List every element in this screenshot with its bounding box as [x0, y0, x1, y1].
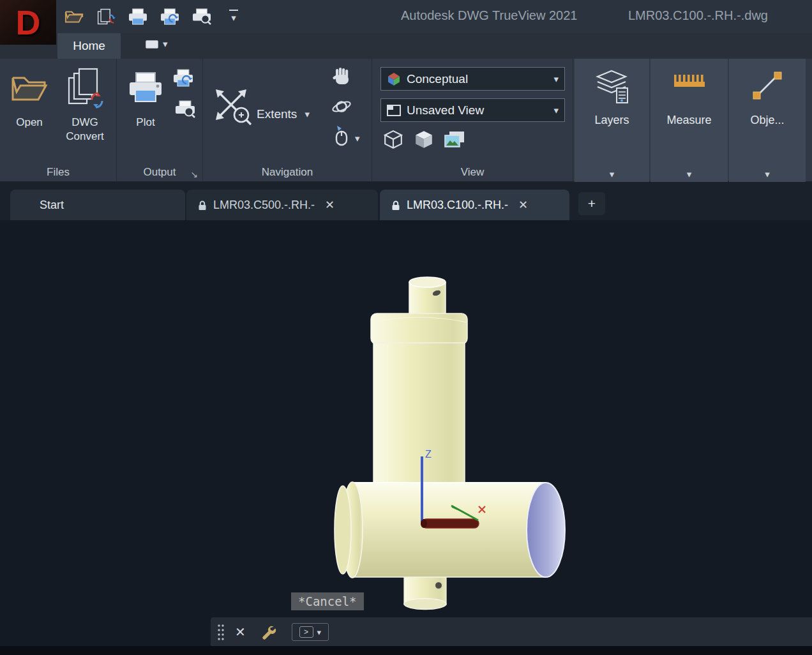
- batch-plot-icon: [172, 68, 194, 87]
- measure-flyout-caret[interactable]: ▾: [650, 169, 728, 180]
- pan-hand-icon: [332, 66, 351, 88]
- app-logo-letter: D: [16, 5, 41, 40]
- open-button-label: Open: [16, 116, 43, 130]
- open-folder-icon: [10, 73, 49, 103]
- visual-style-cube-icon: [387, 72, 401, 86]
- navigation-wheel-button[interactable]: [329, 124, 354, 148]
- file-tab-label: LMR03.C100.-.RH.-: [407, 199, 508, 212]
- ribbon-panel-measure[interactable]: Measure ▾: [650, 59, 728, 182]
- shaded-cube-button[interactable]: [412, 128, 436, 152]
- open-folder-icon: [64, 9, 84, 24]
- close-icon[interactable]: ✕: [518, 198, 528, 212]
- ribbon-panel-layers[interactable]: Layers ▾: [575, 59, 649, 182]
- command-status-tooltip: *Cancel*: [291, 592, 364, 610]
- chevron-down-icon: ▾: [553, 73, 559, 85]
- file-tab-c500[interactable]: LMR03.C500.-.RH.- ✕: [186, 190, 378, 220]
- file-tab-label: LMR03.C500.-.RH.-: [213, 199, 315, 212]
- view-select[interactable]: Unsaved View ▾: [380, 98, 565, 122]
- dwg-convert-icon: [96, 7, 116, 26]
- plot-preview-button-qat[interactable]: [190, 5, 213, 28]
- dwg-convert-button-qat[interactable]: [94, 5, 117, 28]
- measure-ruler-icon: [672, 73, 707, 89]
- close-icon[interactable]: ✕: [235, 624, 246, 640]
- shaded-cube-icon: [414, 130, 434, 150]
- plot-preview-button[interactable]: [173, 97, 197, 121]
- command-input-button[interactable]: > ▾: [292, 623, 329, 641]
- chevron-down-icon: ▾: [163, 38, 168, 50]
- chevron-down-icon: ▾: [553, 105, 559, 116]
- chevron-down-icon: ▾: [304, 109, 310, 120]
- plot-button-label: Plot: [136, 116, 154, 130]
- app-title: Autodesk DWG TrueView 2021: [401, 8, 577, 23]
- layers-icon-wrap: [575, 69, 649, 105]
- measure-panel-label: Measure: [650, 114, 728, 127]
- layers-panel-label: Layers: [575, 114, 649, 127]
- chevron-down-icon: ▾: [231, 12, 236, 24]
- batch-plot-button[interactable]: [171, 66, 195, 90]
- zoom-extents-button[interactable]: [211, 84, 253, 126]
- ribbon-panel-icon: [146, 40, 158, 49]
- printer-icon: [127, 71, 164, 105]
- open-button[interactable]: Open: [5, 65, 54, 130]
- object-flyout-caret[interactable]: ▾: [729, 169, 806, 180]
- layers-icon: [594, 69, 631, 105]
- status-bar: [0, 646, 812, 655]
- file-tab-c100-active[interactable]: LMR03.C100.-.RH.- ✕: [380, 190, 569, 220]
- quick-access-toolbar: ▾: [63, 4, 245, 29]
- named-views-icon: [444, 130, 465, 149]
- pan-button[interactable]: [329, 65, 354, 89]
- qat-customize-button[interactable]: ▾: [222, 5, 245, 28]
- dwg-convert-icon: [66, 68, 103, 109]
- command-prompt-icon: >: [299, 626, 313, 638]
- document-title: LMR03.C100.-.RH.-.dwg: [628, 8, 768, 23]
- object-panel-label: Obje...: [729, 114, 806, 127]
- files-panel-label: Files: [0, 166, 116, 179]
- measure-icon-wrap: [650, 73, 728, 89]
- zoom-extents-dropdown[interactable]: Extents ▾: [257, 107, 310, 121]
- view-window-icon: [387, 104, 401, 117]
- ucs-z-label: Z: [425, 449, 432, 460]
- ribbon-display-toggle[interactable]: ▾: [146, 38, 168, 50]
- drawing-canvas[interactable]: Z *Cancel* ✕: [0, 220, 812, 646]
- object-line-icon: [751, 69, 784, 102]
- zoom-extents-icon: [211, 85, 252, 126]
- plot-preview-icon: [192, 8, 212, 26]
- wheel-dropdown-caret[interactable]: ▾: [355, 133, 360, 144]
- drag-handle[interactable]: [217, 623, 225, 641]
- wrench-icon: [260, 624, 276, 640]
- lock-icon: [198, 200, 207, 211]
- object-icon-wrap: [729, 69, 806, 102]
- plot-preview-icon: [174, 100, 196, 119]
- new-tab-button[interactable]: +: [578, 192, 605, 215]
- named-views-button[interactable]: [442, 128, 467, 152]
- chevron-down-icon: ▾: [317, 628, 322, 637]
- visual-style-select[interactable]: Conceptual ▾: [380, 67, 565, 91]
- batch-plot-button-qat[interactable]: [158, 5, 181, 28]
- navigation-panel-label: Navigation: [203, 166, 372, 179]
- orbit-button[interactable]: [329, 94, 354, 119]
- lock-icon: [391, 200, 400, 211]
- customize-button[interactable]: [260, 624, 276, 640]
- ribbon-tab-row: [0, 33, 812, 59]
- command-line-bar: ✕ > ▾: [211, 617, 812, 647]
- zoom-extents-label: Extents: [257, 107, 297, 121]
- ribbon-panel-object[interactable]: Obje... ▾: [729, 59, 806, 182]
- output-dialog-launcher[interactable]: ↘: [190, 169, 198, 179]
- ribbon-tab-home[interactable]: Home: [57, 33, 121, 59]
- plot-button-qat[interactable]: [126, 5, 149, 28]
- file-tab-start[interactable]: Start: [10, 190, 185, 220]
- ribbon: Open DWG Convert Files: [0, 59, 812, 182]
- wireframe-cube-button[interactable]: [381, 128, 405, 152]
- close-icon[interactable]: ✕: [325, 198, 335, 212]
- layers-flyout-caret[interactable]: ▾: [575, 169, 649, 180]
- dwg-convert-button[interactable]: DWG Convert: [57, 65, 112, 144]
- file-tab-bar: Start LMR03.C500.-.RH.- ✕ LMR03.C100.-.R…: [0, 182, 812, 220]
- visual-style-value: Conceptual: [407, 72, 468, 86]
- 3d-model-valve: Z: [290, 271, 571, 616]
- app-logo[interactable]: D: [0, 0, 56, 45]
- orbit-icon: [331, 97, 352, 116]
- view-value: Unsaved View: [407, 103, 484, 117]
- open-button-qat[interactable]: [63, 5, 86, 28]
- view-panel-label: View: [372, 166, 573, 179]
- plot-button[interactable]: Plot: [124, 65, 167, 130]
